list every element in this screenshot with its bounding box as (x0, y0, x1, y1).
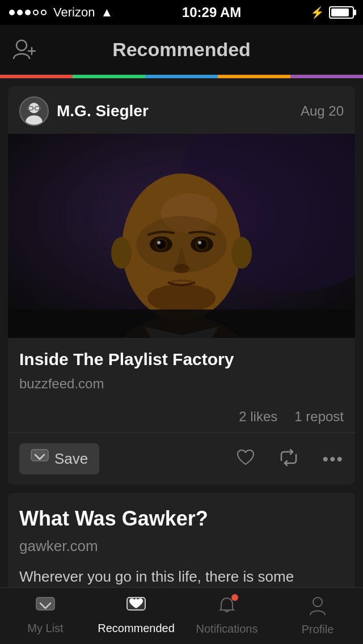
card-date: Aug 20 (301, 103, 344, 119)
svg-point-18 (157, 241, 161, 244)
signal-dots (9, 10, 47, 15)
article-source-1: buzzfeed.com (19, 376, 344, 392)
article-title-1: Inside The Playlist Factory (19, 348, 344, 370)
svg-point-22 (198, 241, 201, 244)
add-user-button[interactable] (11, 36, 36, 63)
my-list-icon (36, 597, 55, 618)
main-content: M.G. Siegler Aug 20 (0, 78, 363, 644)
status-left: Verizon ▲ (9, 5, 113, 20)
article-excerpt-2: Wherever you go in this life, there is s… (19, 566, 344, 587)
card-body-1: Inside The Playlist Factory buzzfeed.com (8, 338, 355, 409)
card-stats-1: 2 likes 1 repost (8, 409, 355, 433)
status-right: ⚡ (310, 6, 354, 19)
recommended-label: Recommended (98, 622, 175, 635)
nav-header: Recommended (0, 25, 363, 75)
battery-fill (331, 9, 349, 16)
svg-point-25 (111, 237, 132, 269)
notification-dot (231, 594, 238, 601)
signal-dot-4 (33, 10, 39, 15)
color-seg-3 (145, 75, 218, 78)
profile-icon (309, 596, 327, 620)
avatar (19, 96, 49, 126)
repost-button[interactable] (278, 447, 299, 471)
color-seg-2 (73, 75, 145, 78)
svg-point-24 (147, 284, 216, 312)
more-button[interactable]: ••• (322, 450, 344, 469)
status-time: 10:29 AM (182, 5, 241, 20)
recommended-icon (126, 597, 146, 618)
profile-label: Profile (302, 623, 334, 636)
article-card-2: What Was Gawker? gawker.com Wherever you… (8, 493, 355, 596)
svg-point-21 (197, 240, 206, 249)
battery-indicator (329, 6, 354, 19)
status-bar: Verizon ▲ 10:29 AM ⚡ (0, 0, 363, 25)
article-title-2: What Was Gawker? (19, 506, 344, 531)
svg-rect-27 (8, 310, 355, 338)
svg-point-26 (231, 237, 252, 269)
like-button[interactable] (236, 447, 255, 471)
reposts-count: 1 repost (294, 409, 344, 425)
notifications-label: Notifications (196, 622, 258, 635)
save-button[interactable]: Save (19, 443, 99, 474)
signal-dot-1 (9, 10, 15, 15)
tab-recommended[interactable]: Recommended (91, 588, 182, 644)
color-seg-4 (218, 75, 290, 78)
svg-point-0 (16, 40, 27, 50)
author-name: M.G. Siegler (57, 102, 149, 120)
article-card-1: M.G. Siegler Aug 20 (8, 86, 355, 485)
color-seg-5 (290, 75, 363, 78)
signal-dot-2 (17, 10, 23, 15)
tab-profile[interactable]: Profile (272, 588, 363, 644)
action-icons: ••• (99, 447, 344, 471)
card-header-1: M.G. Siegler Aug 20 (8, 86, 355, 134)
card-author: M.G. Siegler (19, 96, 149, 126)
notifications-icon (218, 596, 236, 619)
page-title: Recommended (112, 39, 251, 61)
likes-count: 2 likes (239, 409, 277, 425)
bluetooth-icon: ⚡ (310, 6, 324, 19)
svg-point-31 (313, 598, 322, 607)
pocket-save-icon (31, 449, 49, 469)
my-list-label: My List (27, 622, 63, 635)
signal-dot-5 (41, 10, 47, 15)
carrier-label: Verizon (53, 5, 95, 20)
save-label: Save (54, 450, 88, 468)
svg-point-17 (157, 240, 166, 249)
tab-notifications[interactable]: Notifications (182, 588, 272, 644)
hero-image (8, 134, 355, 338)
wifi-icon: ▲ (100, 5, 113, 20)
article-source-2: gawker.com (19, 537, 344, 555)
tab-my-list[interactable]: My List (0, 588, 91, 644)
svg-point-23 (174, 264, 189, 273)
card-actions-1: Save ••• (8, 433, 355, 485)
color-bar (0, 75, 363, 78)
add-user-icon (11, 36, 36, 63)
tab-bar: My List Recommended Notifications (0, 587, 363, 644)
signal-dot-3 (25, 10, 31, 15)
color-seg-1 (0, 75, 73, 78)
hero-face (8, 134, 355, 338)
